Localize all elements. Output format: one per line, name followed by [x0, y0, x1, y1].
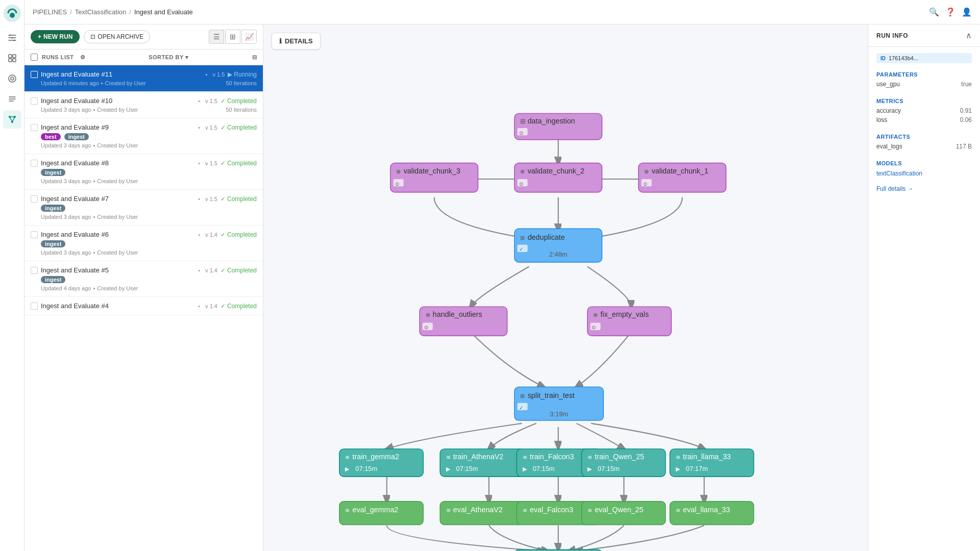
run-title: Ingest and Evaluate #8 [41, 159, 193, 167]
node-train-llama33[interactable]: ≋ train_llama_33 ▶ 07:17m [670, 449, 753, 477]
node-eval-qwen25[interactable]: ≋ eval_Qwen_25 [581, 502, 665, 525]
run-checkbox[interactable] [31, 303, 38, 310]
run-item[interactable]: Ingest and Evaluate #8 • v 1.5 ✓ Complet… [24, 154, 263, 190]
dot: • [198, 124, 200, 131]
select-all-checkbox[interactable] [31, 54, 38, 61]
view-chart-button[interactable]: 📈 [241, 30, 257, 44]
run-meta-updated: Updated 6 minutes ago [41, 80, 99, 86]
svg-text:⊗: ⊗ [396, 168, 401, 174]
run-item[interactable]: Ingest and Evaluate #7 • v 1.5 ✓ Complet… [24, 190, 263, 226]
help-icon[interactable]: ❓ [945, 7, 955, 17]
content-area: + NEW RUN ⊡ OPEN ARCHIVE ☰ ⊞ 📈 RUNS LIST… [24, 24, 980, 551]
dot-sep: • [93, 285, 95, 291]
run-item[interactable]: Ingest and Evaluate #4 • v 1.4 ✓ Complet… [24, 297, 263, 315]
node-eval-athenav2[interactable]: ≋ eval_AthenaV2 [440, 502, 524, 525]
nav-datasets[interactable] [3, 49, 21, 67]
node-split-train-test[interactable]: ⊞ split_train_test ✓ 3:19m [514, 387, 603, 420]
app-logo[interactable] [3, 4, 21, 22]
run-item[interactable]: Ingest and Evaluate #9 • v 1.5 ✓ Complet… [24, 118, 263, 154]
run-title: Ingest and Evaluate #6 [41, 231, 193, 238]
nav-experiments[interactable] [3, 90, 21, 108]
metric-row-loss: loss 0.06 [876, 116, 972, 123]
user-icon[interactable]: 👤 [962, 7, 972, 17]
node-fix-empty-vals[interactable]: ⊗ fix_empty_vals ⊙ [587, 307, 671, 336]
svg-text:train_AthenaV2: train_AthenaV2 [453, 453, 504, 461]
run-checkbox[interactable] [31, 160, 38, 167]
svg-text:▶: ▶ [446, 466, 451, 472]
sidebar-nav [0, 0, 24, 551]
collapse-button[interactable]: ∧ [966, 31, 972, 40]
run-meta: best ingest [31, 133, 257, 140]
details-label: DETAILS [285, 37, 313, 45]
breadcrumb-textclassification[interactable]: TextClassification [75, 8, 126, 16]
model-link[interactable]: textClassification [876, 170, 922, 177]
run-meta-updated: Updated 3 days ago [41, 107, 91, 113]
filter-icon[interactable]: ⊟ [252, 54, 257, 61]
node-data-ingestion[interactable]: ⊞ data_ingestion ⊙ [514, 113, 602, 139]
node-handle-outliers[interactable]: ⊗ handle_outliers ⊙ [420, 307, 507, 336]
nav-models[interactable] [3, 69, 21, 88]
node-train-athenav2[interactable]: ≋ train_AthenaV2 ▶ 07:15m [440, 449, 524, 477]
artifact-value: 117 B [956, 143, 972, 150]
node-validate-chunk-1[interactable]: ⊗ validate_chunk_1 ⊙ [639, 163, 726, 192]
run-meta-tags: ingest [31, 240, 257, 247]
full-details-section: Full details → [876, 185, 972, 192]
svg-text:▶: ▶ [345, 466, 350, 472]
run-checkbox[interactable] [31, 124, 38, 131]
node-eval-gemma2[interactable]: ≋ eval_gemma2 [339, 502, 423, 525]
details-button[interactable]: ℹ DETAILS [272, 33, 321, 49]
metric-value-loss: 0.06 [960, 116, 972, 123]
svg-text:fix_empty_vals: fix_empty_vals [601, 310, 649, 318]
run-checkbox[interactable] [31, 195, 38, 203]
svg-text:≋: ≋ [676, 507, 680, 513]
artifacts-title: ARTIFACTS [876, 134, 972, 140]
run-item[interactable]: Ingest and Evaluate #10 • v 1.5 ✓ Comple… [24, 92, 263, 118]
full-details-link[interactable]: Full details → [876, 185, 972, 192]
open-archive-button[interactable]: ⊡ OPEN ARCHIVE [84, 30, 150, 43]
dot: • [198, 160, 200, 166]
run-checkbox[interactable] [31, 267, 38, 274]
run-checkbox[interactable] [31, 97, 38, 105]
node-deduplicate[interactable]: ⊞ deduplicate ✓ 2:48m [514, 229, 602, 262]
sorted-by-dropdown[interactable]: SORTED BY ▾ [149, 54, 188, 61]
artifacts-section: ARTIFACTS eval_logs 117 B [876, 134, 972, 152]
param-value: true [961, 81, 972, 88]
run-header: Ingest and Evaluate #4 • v 1.4 ✓ Complet… [31, 302, 257, 310]
run-item[interactable]: Ingest and Evaluate #11 • v 1.5 ▶ Runnin… [24, 65, 263, 92]
nav-active[interactable] [3, 110, 21, 129]
node-train-qwen25[interactable]: ≋ train_Qwen_25 ▶ 07:15m [581, 449, 665, 477]
new-run-button[interactable]: + NEW RUN [31, 30, 80, 43]
svg-text:eval_gemma2: eval_gemma2 [353, 506, 399, 514]
check-icon: ✓ [220, 195, 226, 203]
run-title: Ingest and Evaluate #10 [41, 97, 193, 105]
node-eval-llama33[interactable]: ≋ eval_llama_33 [670, 502, 753, 525]
filter-settings-icon[interactable]: ⚙ [80, 54, 86, 61]
run-meta-updated: Updated 3 days ago [41, 214, 91, 220]
nav-pipelines[interactable] [3, 29, 21, 47]
svg-text:07:15m: 07:15m [533, 465, 555, 472]
run-item[interactable]: Ingest and Evaluate #6 • v 1.4 ✓ Complet… [24, 226, 263, 261]
svg-text:07:15m: 07:15m [355, 465, 377, 472]
run-version: v 1.4 [205, 232, 217, 238]
run-meta-created: Created by User [97, 142, 138, 148]
view-grid-button[interactable]: ⊞ [225, 30, 240, 44]
svg-text:⊞: ⊞ [520, 393, 525, 399]
node-train-gemma2[interactable]: ≋ train_gemma2 ▶ 07:15m [339, 449, 423, 477]
node-validate-chunk-3[interactable]: ⊗ validate_chunk_3 ⊙ [390, 163, 478, 192]
search-icon[interactable]: 🔍 [929, 7, 939, 17]
breadcrumb-pipelines[interactable]: PIPELINES [33, 8, 67, 16]
runs-panel: + NEW RUN ⊡ OPEN ARCHIVE ☰ ⊞ 📈 RUNS LIST… [24, 24, 263, 551]
run-item[interactable]: Ingest and Evaluate #5 • v 1.4 ✓ Complet… [24, 261, 263, 297]
svg-point-9 [9, 75, 16, 82]
dot: • [198, 267, 200, 273]
run-title: Ingest and Evaluate #4 [41, 302, 193, 310]
view-list-button[interactable]: ☰ [209, 30, 224, 44]
run-version: v 1.5 [205, 98, 217, 104]
run-meta-updated: Updated 4 days ago [41, 285, 91, 291]
svg-text:≋: ≋ [587, 507, 592, 513]
node-validate-chunk-2[interactable]: ⊗ validate_chunk_2 ⊙ [514, 163, 602, 192]
run-checkbox[interactable] [31, 71, 38, 78]
view-toggle: ☰ ⊞ 📈 [209, 30, 257, 44]
breadcrumb: PIPELINES / TextClassification / Ingest … [33, 8, 193, 16]
run-checkbox[interactable] [31, 231, 38, 238]
